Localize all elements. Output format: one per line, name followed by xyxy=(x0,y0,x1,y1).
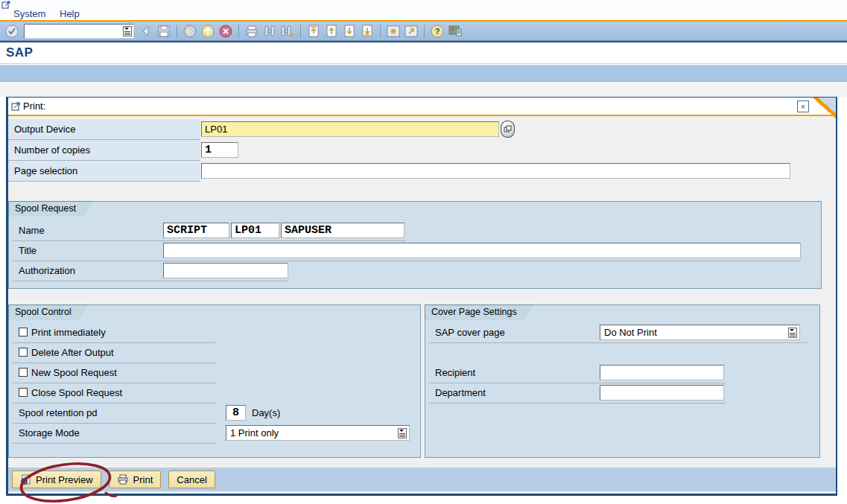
spool-control-section-title: Spool Control xyxy=(8,304,89,320)
save-icon[interactable] xyxy=(155,23,173,39)
print-toolbar-icon[interactable] xyxy=(243,23,261,39)
recipient-label: Recipient xyxy=(435,367,475,378)
delete-after-output-row: Delete After Output xyxy=(9,343,420,363)
page-selection-input[interactable] xyxy=(201,163,790,179)
close-spool-request-label: Close Spool Request xyxy=(31,387,122,398)
new-spool-request-checkbox[interactable] xyxy=(19,368,28,377)
print-immediately-checkbox[interactable] xyxy=(19,328,28,336)
value-help-icon[interactable] xyxy=(501,121,515,138)
close-spool-request-row: Close Spool Request xyxy=(9,383,420,403)
cancel-circle-icon[interactable] xyxy=(217,23,235,39)
command-input[interactable] xyxy=(29,25,123,37)
spool-control-section: Spool Control Print immediately Delete A… xyxy=(8,304,421,458)
sap-cover-page-dropdown[interactable]: Do Not Print xyxy=(600,325,800,340)
dialog-titlebar[interactable]: Print: × xyxy=(8,98,836,116)
toolbar-separator xyxy=(238,25,239,38)
authorization-input[interactable] xyxy=(163,263,288,278)
spool-request-section-title: Spool Request xyxy=(8,201,93,217)
spool-retention-row: Spool retention pd Day(s) xyxy=(9,403,420,424)
toolbar-separator xyxy=(380,25,381,38)
spool-title-input[interactable] xyxy=(163,243,801,258)
svg-text:i: i xyxy=(24,479,25,484)
print-immediately-label: Print immediately xyxy=(31,327,106,338)
dropdown-list-icon xyxy=(123,25,133,36)
new-spool-request-label: New Spool Request xyxy=(31,367,117,378)
new-session-icon[interactable] xyxy=(384,23,402,39)
application-title-band: SAP xyxy=(0,42,847,64)
cancel-button[interactable]: Cancel xyxy=(168,470,215,488)
spool-title-row: Title xyxy=(9,241,821,261)
department-label: Department xyxy=(435,387,486,398)
print-immediately-row: Print immediately xyxy=(9,323,420,343)
dialog-corner-decoration xyxy=(813,98,836,118)
last-page-icon[interactable] xyxy=(358,23,376,39)
print-dialog: Print: × Output Device Number of copies xyxy=(6,97,837,496)
shortcut-icon[interactable] xyxy=(402,23,420,39)
menu-system[interactable]: System xyxy=(13,8,45,19)
find-next-icon[interactable] xyxy=(279,23,296,39)
authorization-label: Authorization xyxy=(19,265,75,276)
back-icon[interactable] xyxy=(137,23,155,39)
spool-name-part1-input[interactable] xyxy=(163,223,229,238)
back-circle-icon[interactable] xyxy=(181,23,199,39)
dialog-footer: i Print Preview Print Cancel xyxy=(8,468,836,491)
print-button[interactable]: Print xyxy=(109,470,162,488)
next-page-icon[interactable] xyxy=(340,23,358,39)
copies-input[interactable] xyxy=(201,142,238,158)
spool-name-row: Name xyxy=(9,221,821,241)
dialog-content: Output Device Number of copies Page sele… xyxy=(8,116,836,492)
delete-after-output-checkbox[interactable] xyxy=(19,348,28,357)
storage-mode-value: 1 Print only xyxy=(230,427,279,438)
spool-title-label: Title xyxy=(19,245,37,256)
general-settings: Output Device Number of copies Page sele… xyxy=(8,119,836,182)
cover-page-section-title: Cover Page Settings xyxy=(425,304,534,320)
previous-page-icon[interactable] xyxy=(323,23,340,39)
toolbar-separator xyxy=(424,25,425,38)
department-input[interactable] xyxy=(600,385,724,401)
close-spool-request-checkbox[interactable] xyxy=(19,388,28,397)
customize-icon[interactable] xyxy=(446,23,464,39)
storage-mode-label: Storage Mode xyxy=(19,427,80,438)
spool-retention-label: Spool retention pd xyxy=(19,407,98,418)
cover-page-section: Cover Page Settings SAP cover page Do No… xyxy=(425,304,820,458)
sap-cover-page-row: SAP cover page Do Not Print xyxy=(425,323,819,343)
sap-cover-page-value: Do Not Print xyxy=(604,327,657,338)
spool-name-part3-input[interactable] xyxy=(281,223,405,238)
output-device-input[interactable] xyxy=(201,121,499,137)
standard-toolbar: ? xyxy=(0,22,847,41)
recipient-row: Recipient xyxy=(425,363,819,383)
close-icon[interactable]: × xyxy=(797,101,809,112)
dropdown-list-icon xyxy=(788,327,798,338)
print-preview-button[interactable]: i Print Preview xyxy=(12,470,101,488)
command-field[interactable] xyxy=(24,24,134,39)
menu-help[interactable]: Help xyxy=(60,8,80,19)
new-spool-request-row: New Spool Request xyxy=(9,363,420,383)
application-toolbar-band xyxy=(0,65,847,82)
help-icon[interactable]: ? xyxy=(428,23,446,39)
enter-icon[interactable] xyxy=(3,23,21,39)
first-page-icon[interactable] xyxy=(305,23,323,39)
delete-after-output-label: Delete After Output xyxy=(31,347,114,358)
spool-request-section: Spool Request Name Title xyxy=(8,201,822,289)
spool-name-part2-input[interactable] xyxy=(231,223,279,238)
spool-retention-unit: Day(s) xyxy=(252,407,280,418)
spool-retention-input[interactable] xyxy=(226,405,246,421)
cover-page-spacer xyxy=(425,343,819,363)
storage-mode-dropdown[interactable]: 1 Print only xyxy=(226,425,410,441)
find-icon[interactable] xyxy=(261,23,279,39)
department-row: Department xyxy=(425,383,819,403)
menubar: System Help xyxy=(0,8,847,21)
print-button-icon xyxy=(117,474,129,485)
copies-row: Number of copies xyxy=(8,140,836,161)
output-device-label: Output Device xyxy=(14,124,75,135)
authorization-row: Authorization xyxy=(9,261,821,281)
print-preview-icon: i xyxy=(20,474,31,485)
svg-text:?: ? xyxy=(435,27,440,36)
page-title: SAP xyxy=(0,45,33,60)
toolbar-separator xyxy=(177,25,177,38)
content-gap xyxy=(0,83,847,97)
exit-circle-icon[interactable] xyxy=(199,23,217,39)
page-selection-label: Page selection xyxy=(14,165,77,176)
recipient-input[interactable] xyxy=(600,365,724,380)
output-device-row: Output Device xyxy=(8,119,836,140)
